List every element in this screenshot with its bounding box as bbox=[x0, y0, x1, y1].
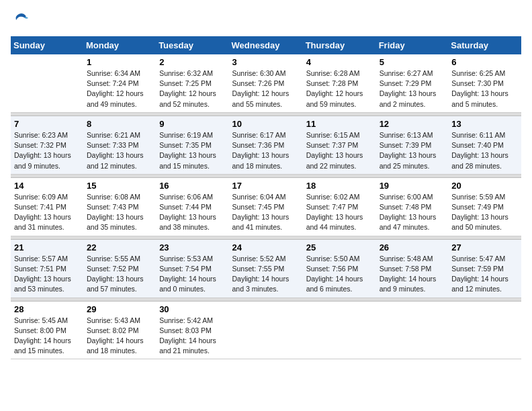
day-info: Sunrise: 5:50 AMSunset: 7:56 PMDaylight:… bbox=[306, 254, 373, 295]
calendar-day-cell: 30Sunrise: 5:42 AMSunset: 8:03 PMDayligh… bbox=[156, 301, 228, 359]
calendar-week-row: 1Sunrise: 6:34 AMSunset: 7:24 PMDaylight… bbox=[11, 54, 521, 112]
calendar-day-cell: 5Sunrise: 6:27 AMSunset: 7:29 PMDaylight… bbox=[376, 54, 449, 112]
weekday-header: Sunday bbox=[11, 36, 83, 54]
day-number: 17 bbox=[232, 181, 300, 191]
day-info: Sunrise: 6:28 AMSunset: 7:28 PMDaylight:… bbox=[306, 68, 373, 109]
day-info: Sunrise: 5:47 AMSunset: 7:59 PMDaylight:… bbox=[451, 254, 518, 295]
calendar-day-cell: 29Sunrise: 5:43 AMSunset: 8:02 PMDayligh… bbox=[83, 301, 156, 359]
day-number: 15 bbox=[87, 181, 152, 191]
day-number: 5 bbox=[380, 57, 445, 67]
calendar-day-cell: 19Sunrise: 6:00 AMSunset: 7:48 PMDayligh… bbox=[376, 177, 449, 236]
day-number: 2 bbox=[159, 57, 225, 67]
day-info: Sunrise: 6:00 AMSunset: 7:48 PMDaylight:… bbox=[380, 192, 445, 233]
day-number: 21 bbox=[14, 242, 80, 253]
calendar-day-cell: 1Sunrise: 6:34 AMSunset: 7:24 PMDaylight… bbox=[83, 54, 156, 112]
day-info: Sunrise: 6:15 AMSunset: 7:37 PMDaylight:… bbox=[306, 130, 373, 171]
day-info: Sunrise: 6:30 AMSunset: 7:26 PMDaylight:… bbox=[232, 68, 300, 109]
calendar-day-cell bbox=[11, 54, 83, 112]
calendar-day-cell bbox=[448, 301, 521, 359]
calendar-day-cell: 10Sunrise: 6:17 AMSunset: 7:36 PMDayligh… bbox=[229, 116, 303, 174]
day-info: Sunrise: 6:11 AMSunset: 7:40 PMDaylight:… bbox=[451, 130, 518, 171]
weekday-header: Friday bbox=[376, 36, 449, 54]
day-number: 22 bbox=[87, 242, 152, 253]
calendar-day-cell: 2Sunrise: 6:32 AMSunset: 7:25 PMDaylight… bbox=[156, 54, 228, 112]
day-info: Sunrise: 6:34 AMSunset: 7:24 PMDaylight:… bbox=[87, 68, 152, 109]
day-info: Sunrise: 6:23 AMSunset: 7:32 PMDaylight:… bbox=[14, 130, 80, 171]
day-info: Sunrise: 5:59 AMSunset: 7:49 PMDaylight:… bbox=[451, 192, 518, 233]
day-number: 18 bbox=[306, 181, 373, 191]
calendar-week-row: 28Sunrise: 5:45 AMSunset: 8:00 PMDayligh… bbox=[11, 301, 521, 359]
calendar-day-cell: 20Sunrise: 5:59 AMSunset: 7:49 PMDayligh… bbox=[448, 177, 521, 236]
day-number: 14 bbox=[14, 181, 80, 191]
day-number: 3 bbox=[232, 57, 300, 67]
day-info: Sunrise: 6:32 AMSunset: 7:25 PMDaylight:… bbox=[159, 68, 225, 109]
calendar-week-row: 14Sunrise: 6:09 AMSunset: 7:41 PMDayligh… bbox=[11, 177, 521, 236]
calendar-day-cell: 16Sunrise: 6:06 AMSunset: 7:44 PMDayligh… bbox=[156, 177, 228, 236]
day-info: Sunrise: 6:27 AMSunset: 7:29 PMDaylight:… bbox=[380, 68, 445, 109]
day-number: 23 bbox=[159, 242, 225, 253]
day-number: 28 bbox=[14, 304, 80, 314]
calendar-day-cell: 21Sunrise: 5:57 AMSunset: 7:51 PMDayligh… bbox=[11, 239, 83, 298]
day-info: Sunrise: 5:45 AMSunset: 8:00 PMDaylight:… bbox=[14, 316, 80, 357]
day-info: Sunrise: 5:43 AMSunset: 8:02 PMDaylight:… bbox=[87, 316, 152, 357]
day-number: 13 bbox=[451, 119, 518, 129]
day-number: 27 bbox=[451, 242, 518, 253]
calendar-day-cell: 14Sunrise: 6:09 AMSunset: 7:41 PMDayligh… bbox=[11, 177, 83, 236]
calendar-day-cell: 22Sunrise: 5:55 AMSunset: 7:52 PMDayligh… bbox=[83, 239, 156, 298]
day-info: Sunrise: 6:06 AMSunset: 7:44 PMDaylight:… bbox=[159, 192, 225, 233]
calendar-day-cell: 7Sunrise: 6:23 AMSunset: 7:32 PMDaylight… bbox=[11, 116, 83, 174]
day-number: 10 bbox=[232, 119, 300, 129]
logo bbox=[11, 11, 31, 28]
day-info: Sunrise: 6:08 AMSunset: 7:43 PMDaylight:… bbox=[87, 192, 152, 233]
day-number: 9 bbox=[159, 119, 225, 129]
calendar-day-cell: 6Sunrise: 6:25 AMSunset: 7:30 PMDaylight… bbox=[448, 54, 521, 112]
day-info: Sunrise: 5:48 AMSunset: 7:58 PMDaylight:… bbox=[380, 254, 445, 295]
day-info: Sunrise: 6:19 AMSunset: 7:35 PMDaylight:… bbox=[159, 130, 225, 171]
calendar-day-cell: 15Sunrise: 6:08 AMSunset: 7:43 PMDayligh… bbox=[83, 177, 156, 236]
calendar-day-cell: 18Sunrise: 6:02 AMSunset: 7:47 PMDayligh… bbox=[303, 177, 376, 236]
day-number: 6 bbox=[451, 57, 518, 67]
day-number: 29 bbox=[87, 304, 152, 314]
day-number: 25 bbox=[306, 242, 373, 253]
day-number: 4 bbox=[306, 57, 373, 67]
day-info: Sunrise: 6:25 AMSunset: 7:30 PMDaylight:… bbox=[451, 68, 518, 109]
calendar-day-cell: 23Sunrise: 5:53 AMSunset: 7:54 PMDayligh… bbox=[156, 239, 228, 298]
weekday-header: Thursday bbox=[303, 36, 376, 54]
calendar-week-row: 21Sunrise: 5:57 AMSunset: 7:51 PMDayligh… bbox=[11, 239, 521, 298]
day-number: 1 bbox=[87, 57, 152, 67]
day-number: 30 bbox=[159, 304, 225, 314]
calendar-table: SundayMondayTuesdayWednesdayThursdayFrid… bbox=[11, 36, 521, 359]
day-info: Sunrise: 6:17 AMSunset: 7:36 PMDaylight:… bbox=[232, 130, 300, 171]
weekday-header: Monday bbox=[83, 36, 156, 54]
day-info: Sunrise: 5:55 AMSunset: 7:52 PMDaylight:… bbox=[87, 254, 152, 295]
calendar-day-cell: 27Sunrise: 5:47 AMSunset: 7:59 PMDayligh… bbox=[448, 239, 521, 298]
calendar-day-cell bbox=[376, 301, 449, 359]
calendar-day-cell bbox=[229, 301, 303, 359]
calendar-day-cell: 3Sunrise: 6:30 AMSunset: 7:26 PMDaylight… bbox=[229, 54, 303, 112]
calendar-day-cell: 12Sunrise: 6:13 AMSunset: 7:39 PMDayligh… bbox=[376, 116, 449, 174]
calendar-week-row: 7Sunrise: 6:23 AMSunset: 7:32 PMDaylight… bbox=[11, 116, 521, 174]
day-info: Sunrise: 6:13 AMSunset: 7:39 PMDaylight:… bbox=[380, 130, 445, 171]
calendar-header-row: SundayMondayTuesdayWednesdayThursdayFrid… bbox=[11, 36, 521, 54]
calendar-day-cell: 25Sunrise: 5:50 AMSunset: 7:56 PMDayligh… bbox=[303, 239, 376, 298]
day-number: 20 bbox=[451, 181, 518, 191]
day-info: Sunrise: 6:02 AMSunset: 7:47 PMDaylight:… bbox=[306, 192, 373, 233]
day-number: 24 bbox=[232, 242, 300, 253]
calendar-day-cell: 13Sunrise: 6:11 AMSunset: 7:40 PMDayligh… bbox=[448, 116, 521, 174]
calendar-day-cell: 24Sunrise: 5:52 AMSunset: 7:55 PMDayligh… bbox=[229, 239, 303, 298]
calendar-day-cell: 17Sunrise: 6:04 AMSunset: 7:45 PMDayligh… bbox=[229, 177, 303, 236]
day-info: Sunrise: 5:57 AMSunset: 7:51 PMDaylight:… bbox=[14, 254, 80, 295]
day-info: Sunrise: 6:21 AMSunset: 7:33 PMDaylight:… bbox=[87, 130, 152, 171]
day-info: Sunrise: 6:04 AMSunset: 7:45 PMDaylight:… bbox=[232, 192, 300, 233]
day-info: Sunrise: 5:52 AMSunset: 7:55 PMDaylight:… bbox=[232, 254, 300, 295]
logo-text bbox=[11, 11, 31, 28]
day-info: Sunrise: 5:42 AMSunset: 8:03 PMDaylight:… bbox=[159, 316, 225, 357]
weekday-header: Tuesday bbox=[156, 36, 228, 54]
weekday-header: Wednesday bbox=[229, 36, 303, 54]
day-number: 16 bbox=[159, 181, 225, 191]
day-info: Sunrise: 5:53 AMSunset: 7:54 PMDaylight:… bbox=[159, 254, 225, 295]
day-number: 19 bbox=[380, 181, 445, 191]
day-number: 7 bbox=[14, 119, 80, 129]
day-number: 26 bbox=[380, 242, 445, 253]
calendar-day-cell: 26Sunrise: 5:48 AMSunset: 7:58 PMDayligh… bbox=[376, 239, 449, 298]
